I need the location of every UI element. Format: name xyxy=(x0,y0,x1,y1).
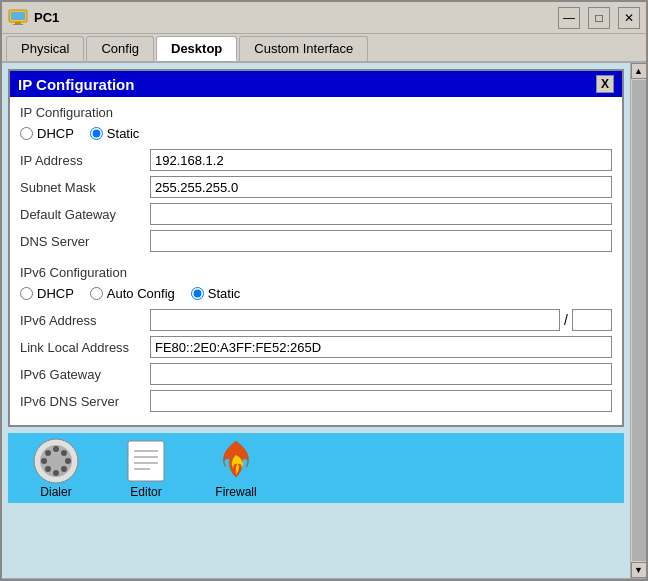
ip-config-body: IP Configuration DHCP Static IP Address xyxy=(10,97,622,425)
svg-point-6 xyxy=(53,446,59,452)
tab-bar: Physical Config Desktop Custom Interface xyxy=(2,34,646,63)
ipv6-static-label[interactable]: Static xyxy=(191,286,241,301)
ipv6-dns-row: IPv6 DNS Server xyxy=(20,390,612,412)
ipv6-mode-row: DHCP Auto Config Static xyxy=(20,286,612,301)
svg-rect-14 xyxy=(128,441,164,481)
ipv6-address-input[interactable] xyxy=(150,309,560,331)
static-radio-label[interactable]: Static xyxy=(90,126,140,141)
ipv6-address-row: IPv6 Address / xyxy=(20,309,612,331)
ip-address-label: IP Address xyxy=(20,153,150,168)
default-gateway-label: Default Gateway xyxy=(20,207,150,222)
section2-label: IPv6 Configuration xyxy=(20,265,612,280)
ip-config-close-button[interactable]: X xyxy=(596,75,614,93)
section1-label: IP Configuration xyxy=(20,105,612,120)
editor-icon xyxy=(122,437,170,485)
ipv6-auto-text: Auto Config xyxy=(107,286,175,301)
link-local-label: Link Local Address xyxy=(20,340,150,355)
dialer-icon xyxy=(32,437,80,485)
close-button[interactable]: ✕ xyxy=(618,7,640,29)
svg-rect-3 xyxy=(13,24,23,25)
window-title: PC1 xyxy=(34,10,59,25)
ipv6-gateway-label: IPv6 Gateway xyxy=(20,367,150,382)
ipv6-static-radio[interactable] xyxy=(191,287,204,300)
static-label: Static xyxy=(107,126,140,141)
ipv6-dns-label: IPv6 DNS Server xyxy=(20,394,150,409)
dns-server-row: DNS Server xyxy=(20,230,612,252)
firewall-item[interactable]: Firewall xyxy=(196,437,276,499)
ipv6-address-label: IPv6 Address xyxy=(20,313,150,328)
dhcp-radio[interactable] xyxy=(20,127,33,140)
ipv6-dhcp-label[interactable]: DHCP xyxy=(20,286,74,301)
firewall-icon xyxy=(212,437,260,485)
subnet-mask-input[interactable] xyxy=(150,176,612,198)
ipv6-gateway-row: IPv6 Gateway xyxy=(20,363,612,385)
svg-point-8 xyxy=(65,458,71,464)
maximize-button[interactable]: □ xyxy=(588,7,610,29)
bottom-bar: Dialer Editor Firewall xyxy=(8,433,624,503)
dns-server-label: DNS Server xyxy=(20,234,150,249)
svg-rect-2 xyxy=(15,22,21,24)
content-panel: IP Configuration X IP Configuration DHCP… xyxy=(2,63,630,578)
dhcp-radio-label[interactable]: DHCP xyxy=(20,126,74,141)
svg-point-10 xyxy=(53,470,59,476)
ipv6-slash: / xyxy=(564,312,568,328)
ipv4-mode-row: DHCP Static xyxy=(20,126,612,141)
ipv6-auto-label[interactable]: Auto Config xyxy=(90,286,175,301)
ip-address-row: IP Address xyxy=(20,149,612,171)
ip-config-header: IP Configuration X xyxy=(10,71,622,97)
ipv6-dhcp-radio[interactable] xyxy=(20,287,33,300)
svg-point-12 xyxy=(41,458,47,464)
dns-server-input[interactable] xyxy=(150,230,612,252)
ip-config-title: IP Configuration xyxy=(18,76,134,93)
ipv6-static-text: Static xyxy=(208,286,241,301)
main-area: IP Configuration X IP Configuration DHCP… xyxy=(2,63,646,578)
scroll-up-button[interactable]: ▲ xyxy=(631,63,647,79)
tab-config[interactable]: Config xyxy=(86,36,154,61)
ipv6-gateway-input[interactable] xyxy=(150,363,612,385)
tab-desktop[interactable]: Desktop xyxy=(156,36,237,61)
svg-point-11 xyxy=(45,466,51,472)
subnet-mask-row: Subnet Mask xyxy=(20,176,612,198)
subnet-mask-label: Subnet Mask xyxy=(20,180,150,195)
static-radio[interactable] xyxy=(90,127,103,140)
ipv6-dhcp-text: DHCP xyxy=(37,286,74,301)
scrollbar[interactable]: ▲ ▼ xyxy=(630,63,646,578)
svg-rect-1 xyxy=(11,12,25,20)
firewall-label: Firewall xyxy=(215,485,256,499)
title-bar: PC1 — □ ✕ xyxy=(2,2,646,34)
svg-point-7 xyxy=(61,450,67,456)
scroll-down-button[interactable]: ▼ xyxy=(631,562,647,578)
dialer-item[interactable]: Dialer xyxy=(16,437,96,499)
svg-point-9 xyxy=(61,466,67,472)
default-gateway-input[interactable] xyxy=(150,203,612,225)
link-local-row: Link Local Address xyxy=(20,336,612,358)
link-local-input[interactable] xyxy=(150,336,612,358)
ipv6-dns-input[interactable] xyxy=(150,390,612,412)
scroll-track[interactable] xyxy=(632,80,646,561)
ip-address-input[interactable] xyxy=(150,149,612,171)
ip-config-box: IP Configuration X IP Configuration DHCP… xyxy=(8,69,624,427)
tab-physical[interactable]: Physical xyxy=(6,36,84,61)
dialer-label: Dialer xyxy=(40,485,71,499)
minimize-button[interactable]: — xyxy=(558,7,580,29)
window-controls: — □ ✕ xyxy=(558,7,640,29)
ipv6-input-group: / xyxy=(150,309,612,331)
editor-item[interactable]: Editor xyxy=(106,437,186,499)
default-gateway-row: Default Gateway xyxy=(20,203,612,225)
svg-point-13 xyxy=(45,450,51,456)
app-icon xyxy=(8,8,28,28)
tab-custom-interface[interactable]: Custom Interface xyxy=(239,36,368,61)
editor-label: Editor xyxy=(130,485,161,499)
dhcp-label: DHCP xyxy=(37,126,74,141)
ipv6-auto-radio[interactable] xyxy=(90,287,103,300)
ipv6-prefix-input[interactable] xyxy=(572,309,612,331)
